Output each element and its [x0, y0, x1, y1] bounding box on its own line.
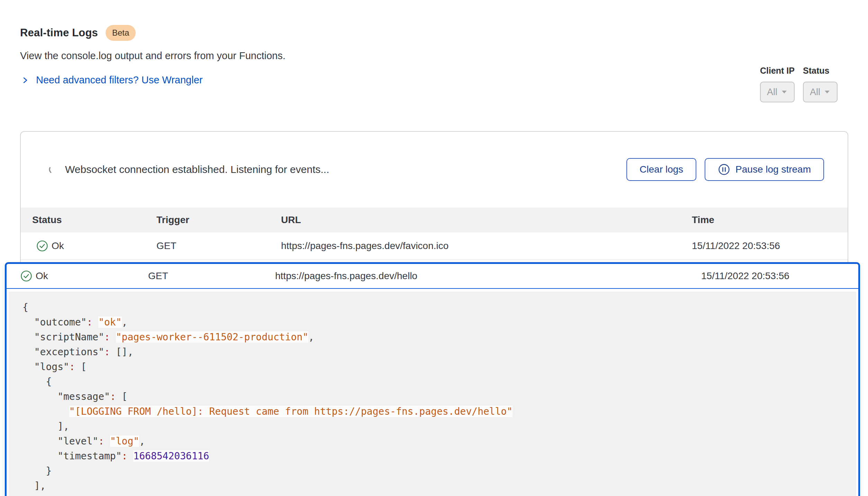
- json-line: "timestamp": 1668542036116: [22, 449, 849, 463]
- clear-logs-label: Clear logs: [640, 164, 683, 175]
- log-row-time: 15/11/2022 20:53:56: [692, 240, 848, 251]
- wrangler-link[interactable]: Need advanced filters? Use Wrangler: [36, 74, 202, 86]
- selected-log-entry: Ok GET https://pages-fns.pages.dev/hello…: [5, 262, 860, 496]
- log-row-status: Ok: [52, 240, 64, 251]
- websocket-status: Websocket connection established. Listen…: [48, 164, 329, 175]
- json-line: "scriptName": "pages-worker--611502-prod…: [22, 330, 849, 345]
- pause-log-stream-button[interactable]: Pause log stream: [705, 158, 824, 181]
- realtime-logs-page: Real-time Logs Beta View the console.log…: [0, 0, 868, 496]
- json-line: "[LOGGING FROM /hello]: Request came fro…: [22, 404, 849, 419]
- json-line: "outcome": "ok",: [22, 315, 849, 330]
- json-line: "message": [: [22, 389, 849, 404]
- status-dropdown-value: All: [810, 87, 820, 98]
- status-filter-label: Status: [803, 66, 838, 76]
- column-header-time: Time: [692, 214, 848, 226]
- check-circle-icon: [36, 240, 48, 252]
- selected-row-status: Ok: [36, 270, 48, 282]
- log-row-favicon[interactable]: Ok GET https://pages-fns.pages.dev/favic…: [21, 232, 848, 260]
- logs-toolbar: Websocket connection established. Listen…: [21, 158, 848, 181]
- chevron-right-icon: [20, 75, 30, 85]
- selected-log-row[interactable]: Ok GET https://pages-fns.pages.dev/hello…: [7, 264, 858, 289]
- log-table-header: Status Trigger URL Time: [21, 208, 848, 232]
- json-line: {: [22, 374, 849, 389]
- json-line: ],: [22, 478, 849, 493]
- clear-logs-button[interactable]: Clear logs: [626, 158, 696, 181]
- json-line: "logs": [: [22, 359, 849, 374]
- beta-badge: Beta: [106, 25, 136, 41]
- page-header: Real-time Logs Beta View the console.log…: [20, 25, 286, 86]
- loading-spinner-icon: [48, 165, 58, 174]
- status-dropdown[interactable]: All: [803, 82, 838, 102]
- selected-row-trigger: GET: [148, 270, 275, 282]
- json-line: "exceptions": [],: [22, 345, 849, 359]
- log-row-url: https://pages-fns.pages.dev/favicon.ico: [281, 240, 692, 251]
- caret-down-icon: [781, 90, 788, 94]
- client-ip-dropdown-value: All: [767, 87, 777, 98]
- filters: Client IP All Status All: [760, 66, 838, 102]
- json-line: "level": "log",: [22, 434, 849, 449]
- pause-log-stream-label: Pause log stream: [735, 164, 811, 175]
- json-log-viewer: { "outcome": "ok", "scriptName": "pages-…: [9, 292, 856, 496]
- page-subtitle: View the console.log output and errors f…: [20, 50, 286, 62]
- client-ip-label: Client IP: [760, 66, 795, 76]
- column-header-trigger: Trigger: [156, 214, 281, 226]
- selected-row-time: 15/11/2022 20:53:56: [701, 270, 858, 282]
- json-line: {: [22, 300, 849, 315]
- log-row-trigger: GET: [156, 240, 281, 251]
- column-header-url: URL: [281, 214, 692, 226]
- column-header-status: Status: [32, 214, 156, 226]
- json-line: }: [22, 463, 849, 478]
- json-line: ],: [22, 419, 849, 434]
- caret-down-icon: [824, 90, 831, 94]
- client-ip-dropdown[interactable]: All: [760, 82, 795, 102]
- pause-circle-icon: [718, 163, 730, 176]
- check-circle-icon: [20, 270, 32, 282]
- websocket-status-text: Websocket connection established. Listen…: [65, 164, 329, 175]
- selected-row-url: https://pages-fns.pages.dev/hello: [275, 270, 701, 282]
- page-title: Real-time Logs: [20, 27, 98, 39]
